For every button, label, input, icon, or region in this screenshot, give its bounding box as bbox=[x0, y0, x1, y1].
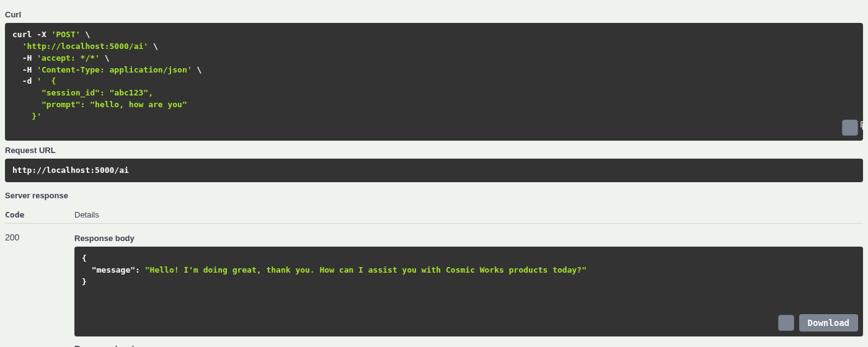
copy-curl-button[interactable] bbox=[842, 120, 858, 136]
copy-response-button[interactable] bbox=[778, 315, 794, 331]
response-headers-label: Response headers bbox=[74, 344, 863, 347]
response-body-block: { "message": "Hello! I'm doing great, th… bbox=[74, 247, 863, 336]
response-row: 200 Response body { "message": "Hello! I… bbox=[5, 224, 863, 347]
response-table-header: Code Details bbox=[5, 204, 863, 224]
request-url-label: Request URL bbox=[5, 146, 863, 155]
details-header: Details bbox=[74, 210, 99, 219]
status-code: 200 bbox=[5, 231, 50, 347]
response-body-label: Response body bbox=[74, 234, 863, 243]
clipboard-icon bbox=[831, 109, 863, 140]
code-header: Code bbox=[5, 210, 50, 219]
curl-block: curl -X 'POST' \ 'http://localhost:5000/… bbox=[5, 23, 863, 141]
server-response-label: Server response bbox=[5, 191, 863, 200]
curl-label: Curl bbox=[5, 10, 863, 19]
download-button[interactable]: Download bbox=[799, 314, 858, 332]
request-url-block: http://localhost:5000/ai bbox=[5, 159, 863, 183]
